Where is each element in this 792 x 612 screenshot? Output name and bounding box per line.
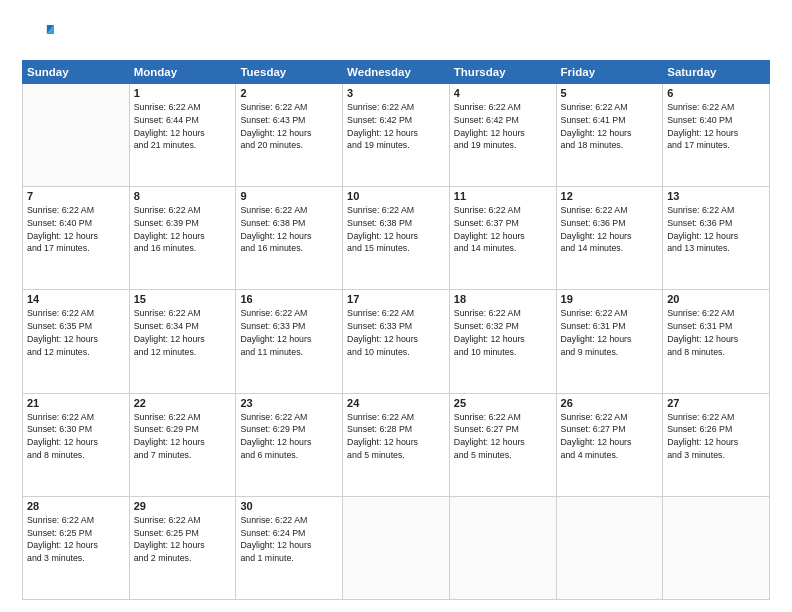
day-info: Sunrise: 6:22 AM Sunset: 6:36 PM Dayligh… (561, 204, 659, 255)
day-number: 1 (134, 87, 232, 99)
calendar-cell: 24Sunrise: 6:22 AM Sunset: 6:28 PM Dayli… (343, 393, 450, 496)
day-number: 24 (347, 397, 445, 409)
calendar-cell: 1Sunrise: 6:22 AM Sunset: 6:44 PM Daylig… (129, 84, 236, 187)
calendar-cell: 23Sunrise: 6:22 AM Sunset: 6:29 PM Dayli… (236, 393, 343, 496)
day-number: 14 (27, 293, 125, 305)
day-info: Sunrise: 6:22 AM Sunset: 6:31 PM Dayligh… (561, 307, 659, 358)
day-info: Sunrise: 6:22 AM Sunset: 6:44 PM Dayligh… (134, 101, 232, 152)
calendar-cell: 26Sunrise: 6:22 AM Sunset: 6:27 PM Dayli… (556, 393, 663, 496)
calendar-cell: 28Sunrise: 6:22 AM Sunset: 6:25 PM Dayli… (23, 496, 130, 599)
day-info: Sunrise: 6:22 AM Sunset: 6:25 PM Dayligh… (27, 514, 125, 565)
day-info: Sunrise: 6:22 AM Sunset: 6:42 PM Dayligh… (347, 101, 445, 152)
day-info: Sunrise: 6:22 AM Sunset: 6:26 PM Dayligh… (667, 411, 765, 462)
day-info: Sunrise: 6:22 AM Sunset: 6:30 PM Dayligh… (27, 411, 125, 462)
page: SundayMondayTuesdayWednesdayThursdayFrid… (0, 0, 792, 612)
calendar-cell: 4Sunrise: 6:22 AM Sunset: 6:42 PM Daylig… (449, 84, 556, 187)
calendar-cell: 19Sunrise: 6:22 AM Sunset: 6:31 PM Dayli… (556, 290, 663, 393)
col-header-saturday: Saturday (663, 61, 770, 84)
col-header-monday: Monday (129, 61, 236, 84)
calendar-cell: 30Sunrise: 6:22 AM Sunset: 6:24 PM Dayli… (236, 496, 343, 599)
calendar-table: SundayMondayTuesdayWednesdayThursdayFrid… (22, 60, 770, 600)
day-number: 4 (454, 87, 552, 99)
calendar-week-4: 21Sunrise: 6:22 AM Sunset: 6:30 PM Dayli… (23, 393, 770, 496)
calendar-cell (23, 84, 130, 187)
day-number: 25 (454, 397, 552, 409)
day-number: 5 (561, 87, 659, 99)
day-info: Sunrise: 6:22 AM Sunset: 6:27 PM Dayligh… (561, 411, 659, 462)
calendar-cell: 20Sunrise: 6:22 AM Sunset: 6:31 PM Dayli… (663, 290, 770, 393)
day-number: 10 (347, 190, 445, 202)
day-number: 20 (667, 293, 765, 305)
day-info: Sunrise: 6:22 AM Sunset: 6:42 PM Dayligh… (454, 101, 552, 152)
col-header-sunday: Sunday (23, 61, 130, 84)
day-number: 3 (347, 87, 445, 99)
calendar-header-row: SundayMondayTuesdayWednesdayThursdayFrid… (23, 61, 770, 84)
day-info: Sunrise: 6:22 AM Sunset: 6:40 PM Dayligh… (667, 101, 765, 152)
col-header-thursday: Thursday (449, 61, 556, 84)
calendar-cell: 6Sunrise: 6:22 AM Sunset: 6:40 PM Daylig… (663, 84, 770, 187)
logo-icon (22, 18, 54, 50)
calendar-cell: 27Sunrise: 6:22 AM Sunset: 6:26 PM Dayli… (663, 393, 770, 496)
calendar-cell: 16Sunrise: 6:22 AM Sunset: 6:33 PM Dayli… (236, 290, 343, 393)
calendar-cell: 14Sunrise: 6:22 AM Sunset: 6:35 PM Dayli… (23, 290, 130, 393)
calendar-cell: 7Sunrise: 6:22 AM Sunset: 6:40 PM Daylig… (23, 187, 130, 290)
col-header-friday: Friday (556, 61, 663, 84)
col-header-wednesday: Wednesday (343, 61, 450, 84)
day-number: 19 (561, 293, 659, 305)
calendar-cell (556, 496, 663, 599)
calendar-cell: 9Sunrise: 6:22 AM Sunset: 6:38 PM Daylig… (236, 187, 343, 290)
day-number: 7 (27, 190, 125, 202)
day-info: Sunrise: 6:22 AM Sunset: 6:39 PM Dayligh… (134, 204, 232, 255)
calendar-cell: 2Sunrise: 6:22 AM Sunset: 6:43 PM Daylig… (236, 84, 343, 187)
day-info: Sunrise: 6:22 AM Sunset: 6:28 PM Dayligh… (347, 411, 445, 462)
calendar-cell: 5Sunrise: 6:22 AM Sunset: 6:41 PM Daylig… (556, 84, 663, 187)
logo (22, 18, 58, 50)
day-number: 26 (561, 397, 659, 409)
calendar-cell: 17Sunrise: 6:22 AM Sunset: 6:33 PM Dayli… (343, 290, 450, 393)
day-number: 21 (27, 397, 125, 409)
day-number: 28 (27, 500, 125, 512)
day-number: 8 (134, 190, 232, 202)
day-number: 9 (240, 190, 338, 202)
day-info: Sunrise: 6:22 AM Sunset: 6:29 PM Dayligh… (240, 411, 338, 462)
calendar-cell: 21Sunrise: 6:22 AM Sunset: 6:30 PM Dayli… (23, 393, 130, 496)
col-header-tuesday: Tuesday (236, 61, 343, 84)
day-number: 11 (454, 190, 552, 202)
day-info: Sunrise: 6:22 AM Sunset: 6:29 PM Dayligh… (134, 411, 232, 462)
day-info: Sunrise: 6:22 AM Sunset: 6:36 PM Dayligh… (667, 204, 765, 255)
day-number: 15 (134, 293, 232, 305)
day-info: Sunrise: 6:22 AM Sunset: 6:38 PM Dayligh… (240, 204, 338, 255)
day-info: Sunrise: 6:22 AM Sunset: 6:27 PM Dayligh… (454, 411, 552, 462)
day-info: Sunrise: 6:22 AM Sunset: 6:38 PM Dayligh… (347, 204, 445, 255)
day-number: 6 (667, 87, 765, 99)
calendar-week-2: 7Sunrise: 6:22 AM Sunset: 6:40 PM Daylig… (23, 187, 770, 290)
calendar-cell: 15Sunrise: 6:22 AM Sunset: 6:34 PM Dayli… (129, 290, 236, 393)
day-info: Sunrise: 6:22 AM Sunset: 6:31 PM Dayligh… (667, 307, 765, 358)
day-number: 17 (347, 293, 445, 305)
calendar-cell: 25Sunrise: 6:22 AM Sunset: 6:27 PM Dayli… (449, 393, 556, 496)
calendar-cell: 29Sunrise: 6:22 AM Sunset: 6:25 PM Dayli… (129, 496, 236, 599)
day-number: 13 (667, 190, 765, 202)
day-number: 16 (240, 293, 338, 305)
day-info: Sunrise: 6:22 AM Sunset: 6:25 PM Dayligh… (134, 514, 232, 565)
calendar-cell: 22Sunrise: 6:22 AM Sunset: 6:29 PM Dayli… (129, 393, 236, 496)
calendar-cell: 8Sunrise: 6:22 AM Sunset: 6:39 PM Daylig… (129, 187, 236, 290)
day-number: 12 (561, 190, 659, 202)
day-info: Sunrise: 6:22 AM Sunset: 6:40 PM Dayligh… (27, 204, 125, 255)
day-info: Sunrise: 6:22 AM Sunset: 6:33 PM Dayligh… (240, 307, 338, 358)
day-info: Sunrise: 6:22 AM Sunset: 6:34 PM Dayligh… (134, 307, 232, 358)
calendar-cell (449, 496, 556, 599)
calendar-cell: 11Sunrise: 6:22 AM Sunset: 6:37 PM Dayli… (449, 187, 556, 290)
day-info: Sunrise: 6:22 AM Sunset: 6:33 PM Dayligh… (347, 307, 445, 358)
day-number: 22 (134, 397, 232, 409)
day-number: 29 (134, 500, 232, 512)
calendar-cell: 10Sunrise: 6:22 AM Sunset: 6:38 PM Dayli… (343, 187, 450, 290)
day-number: 18 (454, 293, 552, 305)
calendar-cell: 18Sunrise: 6:22 AM Sunset: 6:32 PM Dayli… (449, 290, 556, 393)
day-info: Sunrise: 6:22 AM Sunset: 6:32 PM Dayligh… (454, 307, 552, 358)
day-info: Sunrise: 6:22 AM Sunset: 6:43 PM Dayligh… (240, 101, 338, 152)
calendar-cell (663, 496, 770, 599)
day-info: Sunrise: 6:22 AM Sunset: 6:35 PM Dayligh… (27, 307, 125, 358)
day-number: 23 (240, 397, 338, 409)
header (22, 18, 770, 50)
